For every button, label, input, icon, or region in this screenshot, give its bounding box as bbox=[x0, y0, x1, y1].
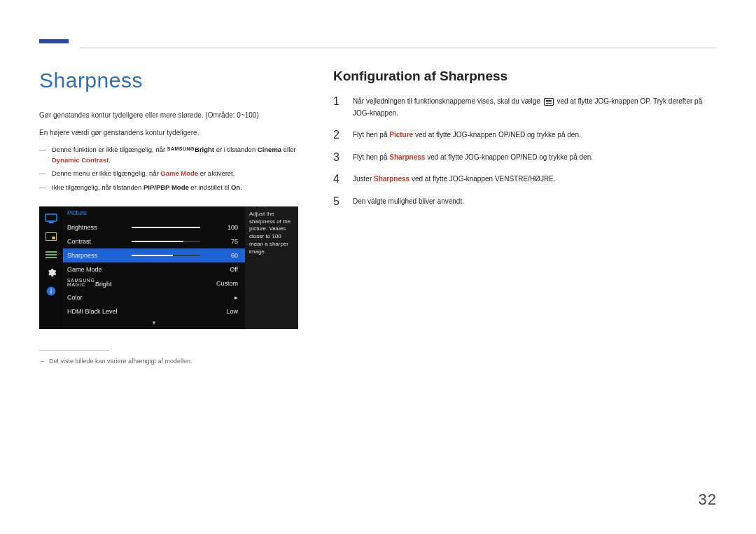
svg-rect-12 bbox=[546, 101, 552, 102]
intro-block: Gør genstandes kontur tydeligere eller m… bbox=[39, 109, 305, 139]
osd-row-label: Sharpness bbox=[67, 252, 132, 259]
step-number: 4 bbox=[333, 173, 343, 185]
osd-row: Brightness100 bbox=[63, 220, 245, 234]
text: Ikke tilgængelig, når tilstanden bbox=[52, 183, 144, 191]
text: er indstillet til bbox=[189, 183, 231, 191]
text: Når vejledningen til funktionsknapperne … bbox=[353, 97, 542, 105]
highlight: Sharpness bbox=[389, 153, 425, 161]
osd-row-label: HDMI Black Level bbox=[67, 308, 132, 315]
bold-dynamic-contrast: Dynamic Contrast bbox=[52, 156, 108, 164]
osd-row: HDMI Black LevelLow bbox=[63, 304, 245, 318]
step-text: Når vejledningen til funktionsknapperne … bbox=[353, 95, 717, 119]
manual-page: Sharpness Gør genstandes kontur tydelige… bbox=[0, 0, 756, 534]
info-icon bbox=[42, 282, 60, 300]
svg-rect-3 bbox=[52, 237, 55, 239]
page-number: 32 bbox=[699, 491, 717, 509]
step-number: 2 bbox=[333, 129, 343, 141]
osd-value: 75 bbox=[207, 238, 238, 245]
note-2: Denne menu er ikke tilgængelig, når Game… bbox=[39, 168, 305, 178]
osd-row-label: Contrast bbox=[67, 238, 132, 245]
osd-screenshot: Picture Brightness100Contrast75Sharpness… bbox=[39, 206, 298, 329]
footnote-rule bbox=[39, 350, 109, 351]
highlight: Picture bbox=[389, 131, 413, 139]
osd-description: Adjust the sharpness of the picture. Val… bbox=[245, 206, 298, 329]
step-number: 3 bbox=[333, 151, 343, 164]
magic-bright-label: SAMSUNGBright bbox=[167, 146, 214, 153]
options-icon bbox=[42, 246, 60, 264]
menu-icon bbox=[544, 98, 554, 106]
osd-row-label: SAMSUNGMAGICBright bbox=[67, 279, 132, 288]
text: Denne funktion er ikke tilgængelig, når bbox=[52, 146, 167, 153]
section-title: Sharpness bbox=[39, 69, 305, 92]
osd-value: 60 bbox=[207, 252, 238, 259]
header-rule bbox=[80, 48, 717, 48]
note-1: Denne funktion er ikke tilgængelig, når … bbox=[39, 144, 305, 165]
svg-rect-11 bbox=[546, 100, 552, 101]
osd-value: Custom bbox=[207, 280, 238, 287]
step-text: Den valgte mulighed bliver anvendt. bbox=[353, 195, 464, 208]
svg-rect-9 bbox=[50, 288, 51, 289]
bold-game-mode: Game Mode bbox=[160, 169, 198, 177]
intro-line-2: En højere værdi gør genstandens kontur t… bbox=[39, 127, 305, 139]
svg-rect-1 bbox=[49, 222, 53, 223]
step: 1Når vejledningen til funktionsknapperne… bbox=[333, 95, 717, 119]
svg-rect-13 bbox=[546, 103, 552, 104]
osd-scroll-down-icon: ▼ bbox=[63, 318, 245, 329]
osd-rows: Brightness100Contrast75Sharpness60Game M… bbox=[63, 220, 245, 318]
osd-main-panel: Picture Brightness100Contrast75Sharpness… bbox=[63, 206, 245, 329]
text: eller bbox=[281, 146, 296, 153]
svg-rect-8 bbox=[50, 290, 51, 294]
osd-row-label: Color bbox=[67, 294, 132, 301]
submenu-arrow-icon: ▸ bbox=[207, 294, 238, 301]
left-column: Sharpness Gør genstandes kontur tydelige… bbox=[39, 69, 305, 365]
text: Flyt hen på bbox=[353, 131, 389, 139]
text: Denne menu er ikke tilgængelig, når bbox=[52, 169, 160, 177]
osd-value: Low bbox=[207, 308, 238, 315]
step: 3Flyt hen på Sharpness ved at flytte JOG… bbox=[333, 151, 717, 164]
steps-list: 1Når vejledningen til funktionsknapperne… bbox=[333, 95, 717, 207]
text: Den valgte mulighed bliver anvendt. bbox=[353, 197, 464, 205]
step-number: 5 bbox=[333, 195, 343, 208]
text: Flyt hen på bbox=[353, 153, 389, 161]
step-text: Flyt hen på Sharpness ved at flytte JOG-… bbox=[353, 151, 593, 164]
settings-icon bbox=[42, 264, 60, 282]
osd-row-label: Brightness bbox=[67, 224, 132, 231]
step-text: Flyt hen på Picture ved at flytte JOG-kn… bbox=[353, 129, 581, 141]
bold-cinema: Cinema bbox=[258, 146, 281, 153]
svg-rect-0 bbox=[46, 214, 57, 221]
note-3: Ikke tilgængelig, når tilstanden PIP/PBP… bbox=[39, 182, 305, 192]
text: ved at flytte JOG-knappen VENSTRE/HØJRE. bbox=[410, 175, 555, 183]
text: . bbox=[108, 156, 111, 164]
osd-row: Contrast75 bbox=[63, 234, 245, 248]
chapter-marker bbox=[39, 39, 69, 43]
osd-slider bbox=[132, 255, 200, 256]
text: ved at flytte JOG-knappen OP/NED og tryk… bbox=[425, 153, 593, 161]
svg-rect-6 bbox=[46, 257, 57, 258]
bold-on: On bbox=[231, 183, 240, 191]
highlight: Sharpness bbox=[374, 175, 410, 183]
right-column: Konfiguration af Sharpness 1Når vejledni… bbox=[333, 69, 717, 365]
step-number: 1 bbox=[333, 95, 343, 119]
step: 4Juster Sharpness ved at flytte JOG-knap… bbox=[333, 173, 717, 185]
text: . bbox=[240, 183, 242, 191]
step: 5Den valgte mulighed bliver anvendt. bbox=[333, 195, 717, 208]
osd-row: SAMSUNGMAGICBrightCustom bbox=[63, 276, 245, 290]
footnote: Det viste billede kan variere afhængigt … bbox=[39, 358, 305, 365]
osd-slider bbox=[132, 241, 200, 242]
osd-row: Color▸ bbox=[63, 290, 245, 304]
pip-icon bbox=[42, 227, 60, 246]
osd-row: Game ModeOff bbox=[63, 262, 245, 276]
subsection-title: Konfiguration af Sharpness bbox=[333, 69, 717, 84]
content-columns: Sharpness Gør genstandes kontur tydelige… bbox=[39, 69, 717, 365]
text: er aktiveret. bbox=[198, 169, 234, 177]
monitor-icon bbox=[42, 209, 60, 227]
step: 2Flyt hen på Picture ved at flytte JOG-k… bbox=[333, 129, 717, 141]
osd-value: 100 bbox=[207, 224, 238, 231]
bold-pip-pbp: PIP/PBP Mode bbox=[144, 183, 189, 191]
text: er i tilstanden bbox=[214, 146, 258, 153]
osd-slider bbox=[132, 227, 200, 228]
osd-header: Picture bbox=[63, 206, 245, 220]
svg-rect-4 bbox=[46, 251, 57, 253]
step-text: Juster Sharpness ved at flytte JOG-knapp… bbox=[353, 173, 556, 185]
text: Juster bbox=[353, 175, 374, 183]
